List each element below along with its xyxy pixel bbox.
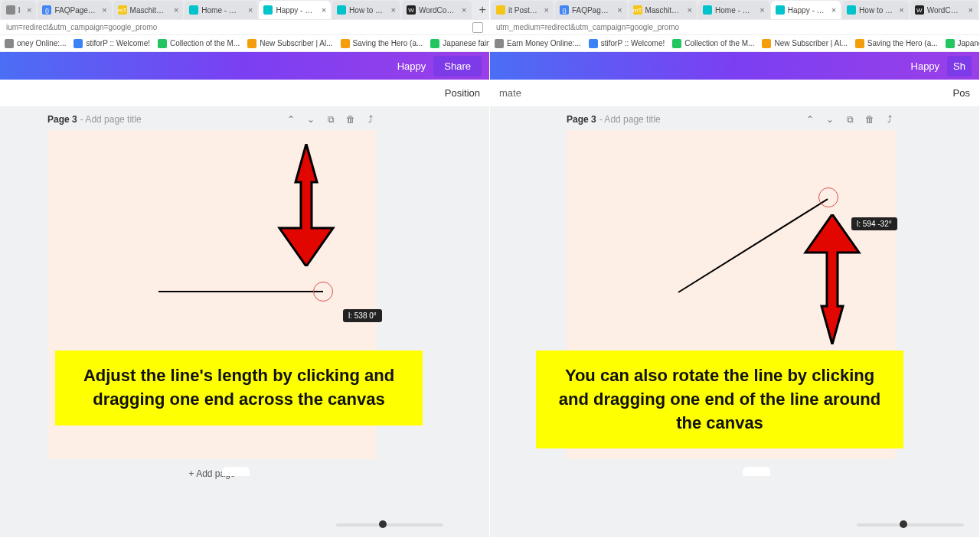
position-button[interactable]: Position	[445, 87, 480, 99]
duplicate-page-icon[interactable]: ⧉	[844, 113, 856, 126]
zoom-slider[interactable]	[336, 523, 443, 527]
bookmark-favicon-icon	[495, 39, 504, 48]
add-page-button[interactable]: + Add page	[47, 464, 377, 484]
bookmark-favicon-icon	[855, 39, 864, 48]
tab-favicon-icon	[6, 5, 15, 15]
bookmark-item[interactable]: Japanese fairy tales	[430, 39, 489, 48]
bookmark-item[interactable]: Saving the Hero (a...	[341, 39, 423, 48]
duplicate-page-icon[interactable]: ⧉	[325, 113, 337, 126]
document-name[interactable]: Happy	[397, 60, 426, 72]
tab-title: Maschituts —	[130, 6, 168, 15]
collapse-up-icon[interactable]: ⌃	[285, 113, 297, 126]
bookmark-item[interactable]: Japanese fairy tales	[946, 39, 979, 48]
bookmark-item[interactable]: stiforP :: Welcome!	[589, 39, 665, 48]
bookmark-item[interactable]: New Subscriber | Al...	[247, 39, 332, 48]
page-number: Page 3	[567, 114, 596, 125]
position-button[interactable]: Pos	[953, 87, 970, 99]
url-text: ium=redirect&utm_campaign=google_promo	[6, 23, 157, 31]
browser-tab[interactable]: {}FAQPage JSO×	[38, 1, 111, 19]
bookmark-item[interactable]: stiforP :: Welcome!	[74, 39, 150, 48]
reader-icon[interactable]	[472, 22, 483, 33]
close-icon[interactable]: ×	[896, 5, 903, 15]
collapse-down-icon[interactable]: ⌄	[824, 113, 836, 126]
line-end-handle[interactable]	[818, 187, 838, 207]
bookmark-item[interactable]: Collection of the M...	[158, 39, 240, 48]
browser-tab[interactable]: How to Draw×	[842, 1, 909, 19]
browser-tab[interactable]: WWordCounter×	[402, 1, 472, 19]
close-icon[interactable]: ×	[614, 5, 622, 15]
close-icon[interactable]: ×	[459, 5, 466, 15]
browser-tab[interactable]: WWordCounter×	[910, 1, 978, 19]
browser-tab[interactable]: Home - Canva×	[698, 1, 769, 19]
page-title-input[interactable]: - Add page title	[599, 114, 661, 125]
close-icon[interactable]: ×	[245, 5, 253, 15]
address-bar[interactable]: utm_medium=redirect&utm_campaign=google_…	[490, 20, 979, 35]
canva-header: Happy Sh	[490, 52, 979, 80]
close-icon[interactable]: ×	[965, 5, 973, 15]
zoom-thumb[interactable]	[379, 520, 387, 528]
bookmark-item[interactable]: New Subscriber | Al...	[762, 39, 847, 48]
bookmark-item[interactable]: Collection of the M...	[672, 39, 754, 48]
browser-tab[interactable]: Home - Canva×	[185, 1, 257, 19]
tab-favicon-icon	[847, 5, 856, 15]
share-button[interactable]: Share	[433, 56, 482, 77]
line-element[interactable]	[158, 291, 323, 292]
browser-tab[interactable]: How to Draw×	[332, 1, 400, 19]
close-icon[interactable]: ×	[99, 5, 106, 15]
browser-tab[interactable]: la×	[2, 1, 36, 19]
close-icon[interactable]: ×	[171, 5, 178, 15]
tab-title: la	[18, 6, 21, 15]
export-page-icon[interactable]: ⤴	[364, 113, 377, 126]
bookmark-favicon-icon	[158, 39, 167, 48]
close-icon[interactable]: ×	[684, 5, 692, 15]
browser-tab[interactable]: Happy - Socia×	[259, 1, 331, 19]
document-name[interactable]: Happy	[911, 60, 940, 72]
browser-tab[interactable]: mTMaschituts —×	[629, 1, 697, 19]
browser-tab[interactable]: {}FAQPage JSO×	[555, 1, 627, 19]
page-indicator[interactable]	[743, 467, 770, 476]
tab-title: Maschituts —	[645, 6, 681, 15]
zoom-thumb[interactable]	[900, 520, 907, 528]
delete-page-icon[interactable]: 🗑	[864, 113, 876, 126]
bookmark-item[interactable]: Earn Money Online:...	[495, 39, 581, 48]
tab-favicon-icon	[496, 5, 505, 15]
close-icon[interactable]: ×	[756, 5, 764, 15]
close-icon[interactable]: ×	[318, 5, 326, 15]
close-icon[interactable]: ×	[828, 5, 836, 15]
collapse-up-icon[interactable]: ⌃	[804, 113, 816, 126]
page-header: Page 3 - Add page title ⌃ ⌄ ⧉ 🗑 ⤴	[47, 113, 377, 126]
bookmark-label: stiforP :: Welcome!	[86, 39, 150, 47]
bookmark-label: New Subscriber | Al...	[260, 39, 332, 47]
browser-tab[interactable]: mTMaschituts —×	[113, 1, 184, 19]
line-measure-tooltip: l: 538 0°	[343, 309, 382, 322]
bookmark-item[interactable]: oney Online:...	[5, 39, 66, 48]
bookmark-item[interactable]: Saving the Hero (a...	[855, 39, 938, 48]
tab-favicon-icon	[337, 5, 346, 15]
address-bar[interactable]: ium=redirect&utm_campaign=google_promo	[0, 20, 489, 35]
collapse-down-icon[interactable]: ⌄	[305, 113, 317, 126]
tab-title: Happy - Socia	[276, 6, 315, 15]
tab-title: WordCounter	[927, 6, 962, 15]
page-indicator[interactable]	[222, 467, 250, 476]
export-page-icon[interactable]: ⤴	[884, 113, 896, 126]
browser-tab[interactable]: it Post - Ma×	[492, 1, 554, 19]
page-header: Page 3 - Add page title ⌃ ⌄ ⧉ 🗑 ⤴	[567, 113, 896, 126]
tab-title: WordCounter	[419, 6, 456, 15]
close-icon[interactable]: ×	[387, 5, 395, 15]
canva-header: Happy Share	[0, 52, 489, 80]
zoom-slider[interactable]	[857, 523, 964, 527]
close-icon[interactable]: ×	[24, 5, 31, 15]
close-icon[interactable]: ×	[541, 5, 548, 15]
new-tab-button[interactable]: +	[476, 2, 490, 18]
delete-page-icon[interactable]: 🗑	[345, 113, 357, 126]
tab-favicon-icon: {}	[560, 5, 569, 15]
browser-tabs: it Post - Ma×{}FAQPage JSO×mTMaschituts …	[490, 0, 979, 20]
bookmark-favicon-icon	[762, 39, 771, 48]
page-title-input[interactable]: - Add page title	[80, 114, 142, 125]
share-button[interactable]: Sh	[947, 56, 972, 77]
tab-favicon-icon: mT	[118, 5, 127, 15]
bookmark-label: Collection of the M...	[170, 39, 240, 47]
url-text: utm_medium=redirect&utm_campaign=google_…	[496, 23, 679, 31]
line-end-handle[interactable]	[313, 282, 333, 302]
browser-tab[interactable]: Happy - Socia×	[771, 1, 841, 19]
